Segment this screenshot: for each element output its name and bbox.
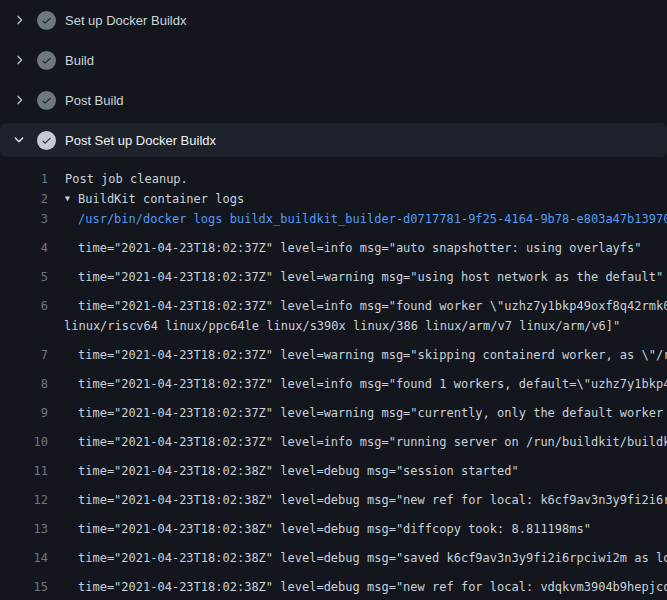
line-number[interactable]: 2 [0,189,48,209]
line-number[interactable]: 11 [0,461,48,481]
log-text: BuildKit container logs [78,189,244,209]
step-row[interactable]: Post Build [0,80,667,120]
log-text: time="2021-04-23T18:02:37Z" level=warnin… [78,345,667,365]
step-label: Post Set up Docker Buildx [65,133,216,148]
step-label: Post Build [65,93,124,108]
log-line: 6 time="2021-04-23T18:02:37Z" level=info… [0,287,667,316]
group-collapse-triangle-icon[interactable]: ▼ [65,189,78,209]
line-number[interactable]: 8 [0,374,48,394]
log-text: time="2021-04-23T18:02:37Z" level=info m… [78,432,667,452]
line-number[interactable]: 12 [0,490,48,510]
chevron-icon[interactable] [12,53,26,67]
log-line: linux/riscv64 linux/ppc64le linux/s390x … [0,316,667,336]
log-line: 2 ▼ BuildKit container logs [0,189,667,209]
line-number[interactable]: 6 [0,296,48,316]
step-label: Set up Docker Buildx [65,13,186,28]
log-line: 1 Post job cleanup. [0,169,667,189]
chevron-down-icon [12,133,26,147]
log-text: time="2021-04-23T18:02:37Z" level=info m… [78,238,642,258]
log-text: linux/riscv64 linux/ppc64le linux/s390x … [64,316,620,336]
step-row[interactable]: Post Set up Docker Buildx [0,123,667,157]
line-number[interactable]: 4 [0,238,48,258]
check-circle-icon [37,91,56,110]
line-number[interactable]: 14 [0,548,48,568]
chevron-icon[interactable] [12,93,26,107]
check-circle-icon [37,11,56,30]
line-number[interactable]: 1 [0,169,48,189]
log-line: 4 time="2021-04-23T18:02:37Z" level=info… [0,229,667,258]
log-line: 7 time="2021-04-23T18:02:37Z" level=warn… [0,336,667,365]
step-label: Build [65,53,94,68]
line-number[interactable]: 10 [0,432,48,452]
log-text: time="2021-04-23T18:02:38Z" level=debug … [78,548,667,568]
log-line: 12 time="2021-04-23T18:02:38Z" level=deb… [0,481,667,510]
log-text: time="2021-04-23T18:02:38Z" level=debug … [78,519,591,539]
chevron-icon[interactable] [12,13,26,27]
line-number[interactable]: 7 [0,345,48,365]
line-number[interactable]: 13 [0,519,48,539]
chevron-right-icon [12,93,26,107]
log-text: /usr/bin/docker logs buildx_buildkit_bui… [78,209,667,229]
log-text: time="2021-04-23T18:02:38Z" level=debug … [78,577,667,597]
actions-log-viewer: Set up Docker Buildx Build Post Build Po… [0,0,667,600]
steps-list: Set up Docker Buildx Build Post Build Po… [0,0,667,157]
chevron-right-icon [12,13,26,27]
log-line: 8 time="2021-04-23T18:02:37Z" level=info… [0,365,667,394]
log-line: 9 time="2021-04-23T18:02:37Z" level=warn… [0,394,667,423]
step-row[interactable]: Build [0,40,667,80]
chevron-right-icon [12,53,26,67]
log-line: 11 time="2021-04-23T18:02:38Z" level=deb… [0,452,667,481]
check-mark-icon [41,135,52,146]
log-line: 15 time="2021-04-23T18:02:38Z" level=deb… [0,568,667,597]
log-line: 5 time="2021-04-23T18:02:37Z" level=warn… [0,258,667,287]
step-row[interactable]: Set up Docker Buildx [0,0,667,40]
check-circle-icon [37,51,56,70]
log-text: time="2021-04-23T18:02:37Z" level=warnin… [78,403,667,423]
log-line: 10 time="2021-04-23T18:02:37Z" level=inf… [0,423,667,452]
line-number[interactable] [0,316,48,336]
log-text: time="2021-04-23T18:02:38Z" level=debug … [78,461,519,481]
chevron-icon[interactable] [12,133,26,147]
log-text: time="2021-04-23T18:02:37Z" level=info m… [78,296,667,316]
log-line: 3 /usr/bin/docker logs buildx_buildkit_b… [0,209,667,229]
check-mark-icon [41,95,52,106]
log-text: Post job cleanup. [65,169,188,189]
log-line: 14 time="2021-04-23T18:02:38Z" level=deb… [0,539,667,568]
check-mark-icon [41,55,52,66]
log-panel: 1 Post job cleanup. 2 ▼ BuildKit contain… [0,160,667,600]
log-text: time="2021-04-23T18:02:37Z" level=info m… [78,374,667,394]
log-text: time="2021-04-23T18:02:37Z" level=warnin… [78,267,663,287]
line-number[interactable]: 15 [0,577,48,597]
line-number[interactable]: 3 [0,209,48,229]
line-number[interactable]: 5 [0,267,48,287]
check-mark-icon [41,15,52,26]
log-text: time="2021-04-23T18:02:38Z" level=debug … [78,490,667,510]
line-number[interactable]: 9 [0,403,48,423]
log-line: 13 time="2021-04-23T18:02:38Z" level=deb… [0,510,667,539]
check-circle-icon [37,131,56,150]
